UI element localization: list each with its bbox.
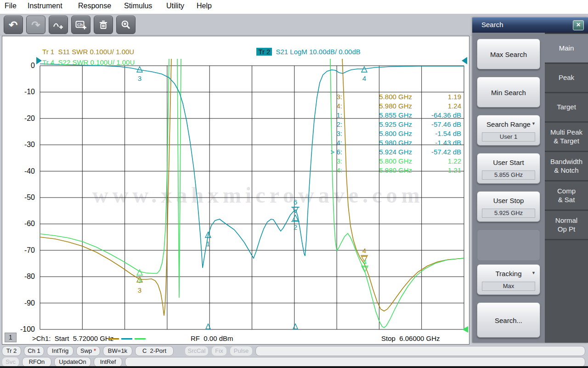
- status-fix: Fix: [211, 346, 227, 356]
- dropdown-arrow-icon: ▼: [531, 121, 536, 126]
- ref-level-arrow-right: [462, 57, 467, 64]
- status-ch1[interactable]: Ch 1: [24, 346, 44, 356]
- svg-text:1.21: 1.21: [448, 166, 461, 174]
- status-intref[interactable]: IntRef: [94, 357, 122, 367]
- min-search-button[interactable]: Min Search: [477, 77, 540, 108]
- redo-icon: ↷: [31, 19, 40, 31]
- svg-text:3:: 3:: [336, 157, 342, 165]
- user-stop-button[interactable]: User Stop 5.925 GHz: [477, 191, 540, 222]
- svg-text:-100: -100: [20, 325, 35, 333]
- tab-multi-peak-target[interactable]: Multi Peak & Target: [545, 123, 588, 151]
- menu-item-utility[interactable]: Utility: [166, 2, 184, 10]
- svg-text:-40: -40: [24, 167, 35, 175]
- svg-text:3: 3: [138, 286, 141, 294]
- tab-main[interactable]: Main: [545, 34, 588, 62]
- status-updateon[interactable]: UpdateOn: [54, 357, 91, 367]
- sweep-dirty-indicator: *: [94, 347, 96, 354]
- svg-text:5.925 GHz: 5.925 GHz: [379, 120, 412, 128]
- rf-power-value: 0.00 dBm: [204, 334, 233, 342]
- svg-text:-10: -10: [24, 88, 35, 96]
- menu-item-instrument[interactable]: Instrument: [28, 2, 62, 10]
- tab-bandwidth-notch[interactable]: Bandwidth & Notch: [545, 152, 588, 180]
- rf-power-status: RF 0.00 dBm: [191, 334, 233, 342]
- svg-text:2: 2: [294, 223, 297, 231]
- status-inttrig[interactable]: IntTrig: [47, 346, 74, 356]
- tracking-button[interactable]: Tracking ▼ Max: [477, 264, 540, 295]
- delete-button[interactable]: [94, 16, 113, 34]
- svg-text:3: 3: [138, 277, 141, 284]
- add-trace-button[interactable]: [49, 16, 68, 34]
- svg-text:-57.42 dB: -57.42 dB: [431, 148, 461, 156]
- user-start-button[interactable]: User Start 5.855 GHz: [477, 153, 540, 184]
- menu-item-response[interactable]: Response: [78, 2, 111, 10]
- trace-s11-curve: [40, 58, 171, 316]
- status-svc: Svc: [2, 357, 19, 367]
- blank-button: [477, 229, 540, 261]
- trace-label-tr4[interactable]: Tr 4 S22 SWR 0.100U/ 1.00U: [39, 51, 135, 66]
- svg-text:Ch: Ch: [77, 23, 83, 27]
- stop-frequency: 6.06000 GHz: [399, 334, 440, 342]
- status-pulse: Pulse: [230, 346, 253, 356]
- start-frequency: 5.72000 GHz: [73, 334, 113, 342]
- search-dialog-button[interactable]: Search...: [477, 302, 540, 338]
- legend-dash-s22: [135, 338, 146, 340]
- panel-title: Search: [481, 21, 503, 28]
- svg-text:-57.46 dB: -57.46 dB: [431, 120, 461, 128]
- svg-text:0: 0: [31, 62, 35, 69]
- tab-target[interactable]: Target: [545, 93, 588, 121]
- menu-item-file[interactable]: File: [5, 2, 17, 10]
- max-search-button[interactable]: Max Search: [477, 39, 540, 69]
- svg-text:4: 4: [362, 247, 366, 255]
- legend-dash-s11: [108, 338, 119, 340]
- legend-dash-s21: [121, 338, 132, 340]
- svg-text:1.19: 1.19: [448, 93, 461, 101]
- svg-text:> 6:: > 6:: [331, 148, 342, 156]
- svg-text:-30: -30: [24, 141, 35, 148]
- status-sweep[interactable]: Swp *: [76, 346, 100, 356]
- trace-params-tr2: S21 LogM 10.00dB/ 0.00dB: [276, 48, 360, 56]
- search-range-button[interactable]: Search Range ▼ User 1: [477, 115, 540, 146]
- plot-area[interactable]: www.xahxmicrowave.com 0-10 -20-30 -40-50…: [2, 36, 469, 345]
- status-tr2[interactable]: Tr 2: [2, 346, 21, 356]
- redo-button[interactable]: ↷: [26, 16, 45, 34]
- close-button[interactable]: ✕: [573, 20, 584, 30]
- svg-text:1.24: 1.24: [448, 102, 461, 110]
- tab-comp-sat[interactable]: Comp & Sat: [545, 181, 588, 209]
- search-panel-body: Main Peak Target Multi Peak & Target Ban…: [472, 33, 588, 343]
- add-channel-button[interactable]: Ch: [71, 16, 90, 34]
- svg-text:-1.43 dB: -1.43 dB: [435, 139, 461, 147]
- svg-text:-64.36 dB: -64.36 dB: [431, 111, 461, 119]
- tab-normal-op-pt[interactable]: Normal Op Pt: [545, 211, 588, 239]
- tab-peak[interactable]: Peak: [545, 64, 588, 92]
- undo-icon: ↶: [9, 19, 17, 31]
- zoom-button[interactable]: [116, 16, 136, 34]
- trace-s22-curve: [40, 58, 169, 273]
- svg-text:4:: 4:: [336, 139, 342, 147]
- svg-text:5.800 GHz: 5.800 GHz: [379, 130, 412, 137]
- search-panel-titlebar[interactable]: Search ✕: [472, 17, 588, 33]
- svg-text:1:: 1:: [336, 111, 342, 119]
- y-axis-labels: 0-10 -20-30 -40-50 -60-70 -80-90 -100: [20, 62, 35, 333]
- menu-item-help[interactable]: Help: [197, 2, 212, 10]
- channel-start-label: >Ch1: Start 5.72000 GHz: [32, 334, 113, 342]
- status-cal-2port[interactable]: C 2-Port: [135, 346, 174, 356]
- ref-level-arrow-green: [462, 326, 468, 333]
- add-trace-icon: [52, 19, 64, 30]
- channel-badge[interactable]: 1: [5, 333, 17, 342]
- svg-text:3:: 3:: [336, 93, 342, 101]
- svg-text:6: 6: [294, 198, 297, 206]
- tracking-value: Max: [482, 282, 535, 291]
- undo-button[interactable]: ↶: [4, 16, 23, 34]
- svg-text:-70: -70: [24, 246, 35, 254]
- trace-label-tr2[interactable]: Tr 2S21 LogM 10.00dB/ 0.00dB: [253, 40, 361, 56]
- menu-item-stimulus[interactable]: Stimulus: [124, 2, 152, 10]
- search-panel: Search ✕ Main Peak Target Multi Peak & T…: [472, 17, 588, 343]
- svg-text:4: 4: [362, 74, 366, 82]
- svg-text:5.800 GHz: 5.800 GHz: [379, 157, 412, 165]
- status-rfon[interactable]: RFOn: [22, 357, 51, 367]
- status-bandwidth[interactable]: BW=1k: [103, 346, 132, 356]
- svg-text:-80: -80: [24, 272, 35, 280]
- svg-text:-60: -60: [24, 220, 35, 227]
- user-stop-value: 5.925 GHz: [482, 209, 535, 218]
- svg-text:4: 4: [363, 258, 367, 266]
